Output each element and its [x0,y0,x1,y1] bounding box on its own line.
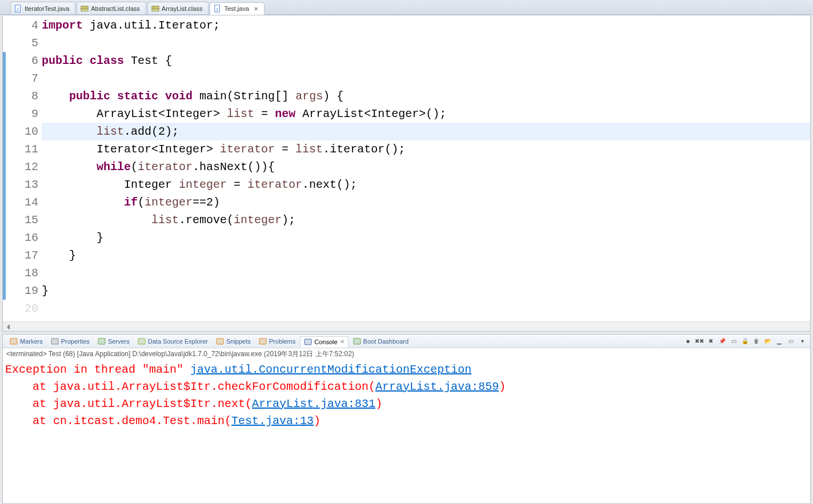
console-text: Exception in thread "main" [5,363,190,376]
java-file-icon: J [214,5,222,13]
console-text: ) [375,397,382,410]
line-number: 6 [3,52,38,70]
code-line-7[interactable] [42,70,810,87]
editor: 4567891011121314151617181920 import java… [2,15,811,332]
line-number: 16 [3,229,38,247]
open-icon[interactable]: 📂 [763,337,772,346]
editor-tab-2[interactable]: ArrayList.class [147,2,209,14]
scroll-lock-icon[interactable]: 🔒 [740,337,750,346]
code-line-14[interactable]: if(integer==2) [42,193,810,211]
view-tab-label: Problems [269,338,295,345]
code-line-11[interactable]: Iterator<Integer> iterator = list.iterat… [42,140,810,158]
svg-rect-14 [305,339,311,345]
code-line-5[interactable] [42,34,810,52]
stop-icon[interactable]: ■ [683,337,692,346]
view-tab-data-source-explorer[interactable]: Data Source Explorer [134,336,211,346]
console-text: ) [499,380,506,393]
min-icon[interactable]: ▁ [775,337,784,346]
line-number: 13 [3,176,38,193]
line-number: 10 [3,123,38,140]
menu-icon[interactable]: ▾ [798,337,807,346]
view-tab-label: Properties [61,338,90,345]
close-icon[interactable]: ✕ [340,338,345,345]
stacktrace-link[interactable]: ArrayList.java:859 [375,380,499,393]
view-tab-label: Data Source Explorer [148,338,208,345]
editor-tab-bar: JIteratorTest.javaAbstractList.classArra… [0,0,813,15]
code-line-4[interactable]: import java.util.Iterator; [42,17,810,34]
code-line-15[interactable]: list.remove(integer); [42,211,810,229]
close-icon[interactable]: ✕ [254,6,258,12]
console-output[interactable]: Exception in thread "main" java.util.Con… [3,360,810,431]
console-text: at java.util.ArrayList$Itr.next( [5,397,252,410]
code-line-16[interactable]: } [42,229,810,247]
code-line-10[interactable]: list.add(2); [42,123,810,140]
view-tab-label: Snippets [226,338,251,345]
line-number: 15 [3,211,38,229]
view-tab-boot-dashboard[interactable]: Boot Dashboard [350,336,412,346]
code-line-6[interactable]: public class Test { [42,52,810,70]
stacktrace-link[interactable]: ArrayList.java:831 [252,397,375,410]
remove-icon[interactable]: ✖ [706,337,715,346]
snippets-icon [216,337,224,345]
console-text: ) [314,414,321,428]
horizontal-scrollbar[interactable] [3,321,810,331]
display-icon[interactable]: ▭ [729,337,738,346]
svg-rect-11 [138,338,145,344]
editor-tab-1[interactable]: AbstractList.class [77,2,146,14]
svg-rect-12 [217,338,223,344]
line-number: 5 [3,34,38,52]
pin-icon[interactable]: 📌 [718,337,727,346]
tab-label: Test.java [224,5,249,12]
view-tab-snippets[interactable]: Snippets [213,336,254,346]
svg-rect-8 [10,338,17,344]
class-file-icon [81,5,89,13]
line-number: 18 [3,264,38,282]
code-line-19[interactable]: } [42,282,810,300]
max-icon[interactable]: ▭ [786,337,795,346]
view-tab-label: Servers [108,338,130,345]
console-line-2: at java.util.ArrayList$Itr.next(ArrayLis… [5,396,808,413]
line-number: 9 [3,105,38,123]
view-tab-properties[interactable]: Properties [47,336,93,346]
editor-tab-3[interactable]: JTest.java✕ [210,2,264,15]
tab-label: IteratorTest.java [25,5,69,12]
class-file-icon [151,5,159,13]
code-line-8[interactable]: public static void main(String[] args) { [42,87,810,105]
svg-text:J: J [216,7,218,12]
svg-rect-3 [81,9,88,11]
servers-icon [98,337,106,345]
svg-rect-5 [152,9,159,11]
code-line-12[interactable]: while(iterator.hasNext()){ [42,158,810,176]
view-tab-servers[interactable]: Servers [94,336,133,346]
view-tab-label: Markers [20,338,43,345]
clear-icon[interactable]: 🗑 [752,337,761,346]
svg-rect-2 [81,6,88,9]
stacktrace-link[interactable]: java.util.ConcurrentModificationExceptio… [190,363,471,376]
view-tab-problems[interactable]: Problems [255,336,299,346]
svg-rect-13 [259,338,266,344]
console-status-line: <terminated> Test (68) [Java Application… [3,348,810,360]
svg-rect-15 [354,338,361,344]
boot-icon [353,337,361,345]
code-line-17[interactable]: } [42,247,810,264]
problems-icon [259,337,267,345]
line-number-gutter: 4567891011121314151617181920 [3,15,42,321]
line-number: 11 [3,140,38,158]
code-line-9[interactable]: ArrayList<Integer> list = new ArrayList<… [42,105,810,123]
view-tab-console[interactable]: Console ✕ [300,336,348,348]
code-area[interactable]: import java.util.Iterator; public class … [42,15,810,321]
tab-label: AbstractList.class [91,5,140,12]
remove-all-icon[interactable]: ✖✖ [695,337,704,346]
editor-tab-0[interactable]: JIteratorTest.java [10,2,75,14]
code-line-18[interactable] [42,264,810,282]
console-text: at cn.itcast.demo4.Test.main( [5,414,231,428]
line-number: 7 [3,70,38,87]
code-line-13[interactable]: Integer integer = iterator.next(); [42,176,810,193]
java-file-icon: J [14,5,22,13]
props-icon [51,337,59,345]
view-tab-markers[interactable]: Markers [6,336,46,346]
console-line-0: Exception in thread "main" java.util.Con… [5,361,808,378]
stacktrace-link[interactable]: Test.java:13 [231,414,314,428]
console-line-3: at cn.itcast.demo4.Test.main(Test.java:1… [5,413,808,430]
view-tab-label: Boot Dashboard [363,338,409,345]
